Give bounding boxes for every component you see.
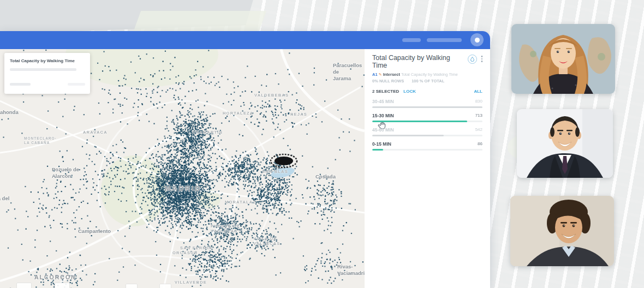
header-button-small[interactable] bbox=[402, 38, 421, 42]
selected-count: 2 SELECTED bbox=[372, 89, 399, 94]
map-control-button[interactable] bbox=[159, 284, 171, 288]
map-place-label: ALCORCÓN bbox=[34, 274, 76, 281]
map-place-label: VALDEBEBAS bbox=[254, 93, 289, 98]
map-place-label: MADRID bbox=[165, 184, 201, 193]
total-stat: 100 % OF TOTAL bbox=[412, 79, 444, 83]
widget-drag-card[interactable]: Total Capacity by Walking Time bbox=[4, 53, 90, 94]
map-place-label: VILLAVERDE bbox=[175, 280, 207, 285]
category-item[interactable]: 0-15 MIN86 bbox=[372, 141, 482, 151]
map-place-label: HORTALEZA bbox=[223, 111, 254, 116]
widget-menu-icon[interactable] bbox=[480, 55, 483, 62]
profile-photo-man-sweater bbox=[510, 196, 614, 266]
avatar-dot-icon bbox=[475, 38, 480, 43]
all-link[interactable]: ALL bbox=[474, 89, 482, 94]
app-header-bar bbox=[0, 31, 490, 49]
category-label: 45-60 MIN bbox=[372, 127, 475, 133]
map-place-label: PUENTE DE VALLECAS bbox=[211, 224, 240, 234]
map-control-button[interactable] bbox=[16, 283, 32, 288]
map-place-label: Campamento bbox=[78, 228, 111, 235]
category-bar-fill bbox=[372, 135, 444, 136]
widget-stats-row: 0% NULL ROWS 100 % OF TOTAL bbox=[372, 79, 482, 83]
map-place-label: VILLA DE VALLECAS bbox=[253, 236, 280, 247]
widget-drag-card-title: Total Capacity by Walking Time bbox=[4, 53, 90, 63]
category-value: 542 bbox=[475, 127, 482, 133]
category-item[interactable]: 15-30 MIN713 bbox=[372, 113, 482, 122]
source-operation: Intersect bbox=[383, 72, 400, 77]
category-bar-track bbox=[372, 106, 482, 108]
category-bar-fill bbox=[372, 149, 383, 151]
map-place-label: MORATALAZ bbox=[225, 200, 256, 205]
category-item[interactable]: 45-60 MIN542 bbox=[372, 127, 482, 136]
map-place-label: Boadilla del Monte bbox=[0, 195, 9, 208]
map-control-button[interactable] bbox=[55, 283, 70, 288]
category-bar-track bbox=[372, 135, 482, 136]
category-value: 86 bbox=[478, 141, 482, 147]
lock-link[interactable]: LOCK bbox=[403, 89, 416, 94]
widget-panel: Total Capacity by Walking Time A1 ✎ Inte… bbox=[365, 49, 490, 288]
category-label: 15-30 MIN bbox=[372, 113, 475, 118]
widget-source-row: A1 ✎ Intersect Total Capacity by Walking… bbox=[372, 72, 482, 77]
map-place-label: SAN FERMÍN bbox=[180, 245, 212, 250]
map-place-label: Coslada bbox=[315, 173, 336, 180]
profile-photo-woman bbox=[511, 24, 615, 94]
user-avatar-button[interactable] bbox=[470, 33, 484, 46]
widget-title: Total Capacity by Walking Time bbox=[372, 55, 466, 70]
placeholder-line bbox=[68, 83, 85, 86]
category-label: 0-15 MIN bbox=[372, 141, 478, 147]
app-window: MajadahondaMONTECLARO· LA CABAÑAPozuelo … bbox=[0, 31, 490, 288]
map-place-label: Paracuellos de Jarama bbox=[333, 62, 365, 82]
map-control-button[interactable] bbox=[126, 284, 138, 288]
category-bar-track bbox=[372, 149, 482, 151]
category-value: 713 bbox=[475, 113, 482, 118]
map-canvas-area[interactable]: MajadahondaMONTECLARO· LA CABAÑAPozuelo … bbox=[0, 49, 365, 288]
null-rows-stat: 0% NULL ROWS bbox=[372, 79, 404, 83]
placeholder-line bbox=[10, 68, 76, 71]
map-place-label: Rivas- Vaciamadrid bbox=[337, 263, 365, 277]
map-place-label: ARAVACA bbox=[83, 130, 108, 135]
category-list: 30-45 MIN83015-30 MIN713 45-60 MIN5420-1… bbox=[372, 99, 482, 151]
map-place-label: Pozuelo de Alarcón bbox=[52, 166, 79, 179]
map-place-label: CHAMARTÍN bbox=[192, 130, 223, 135]
map-place-label: SAN BLAS bbox=[262, 169, 288, 174]
autostyle-icon[interactable] bbox=[468, 55, 477, 64]
selection-row: 2 SELECTED LOCK ALL bbox=[372, 89, 482, 94]
map-place-label: Majadahonda bbox=[0, 109, 19, 116]
map-place-label: MONTECLARO· LA CABAÑA bbox=[24, 136, 57, 145]
placeholder-line bbox=[10, 83, 31, 86]
profile-photo-man-suit bbox=[517, 109, 613, 178]
stadium-icon bbox=[270, 153, 298, 169]
map-place-label: ORCASUR bbox=[172, 250, 198, 255]
category-value: 830 bbox=[475, 99, 482, 104]
header-button-large[interactable] bbox=[427, 38, 462, 42]
map-place-label: REJAS bbox=[290, 112, 307, 117]
category-bar-track bbox=[372, 121, 482, 122]
source-dataset-name: Total Capacity by Walking Time bbox=[401, 72, 458, 77]
edit-icon[interactable]: ✎ bbox=[379, 73, 382, 76]
source-node-label[interactable]: A1 bbox=[372, 72, 378, 77]
category-bar-fill bbox=[372, 106, 482, 108]
category-label: 30-45 MIN bbox=[372, 99, 475, 104]
category-item[interactable]: 30-45 MIN830 bbox=[372, 99, 482, 108]
